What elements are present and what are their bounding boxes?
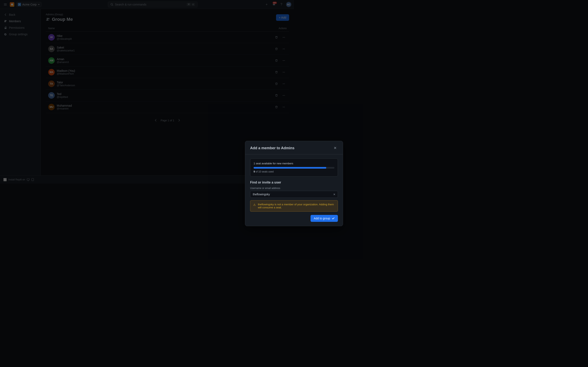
modal-header: Add a member to Admins ✕ — [245, 141, 294, 154]
find-user-title: Find or invite a user — [250, 181, 294, 184]
find-user-section: Find or invite a user Username or email … — [250, 181, 294, 184]
modal-body: 1 seat available for new members 9 of 10… — [245, 154, 294, 184]
seats-used-suffix: of 10 seats used — [256, 170, 274, 173]
seat-count: 9 of 10 seats used — [254, 170, 294, 173]
modal-overlay[interactable]: Add a member to Admins ✕ 1 seat availabl… — [0, 0, 294, 184]
seats-used-number: 9 — [254, 170, 255, 173]
modal-title: Add a member to Admins — [250, 146, 294, 150]
seat-available-label: 1 seat available for new members — [254, 162, 294, 165]
progress-bar-background — [254, 167, 294, 169]
seat-info-card: 1 seat available for new members 9 of 10… — [250, 158, 294, 176]
progress-bar-fill — [254, 167, 294, 169]
add-member-modal: Add a member to Admins ✕ 1 seat availabl… — [245, 141, 294, 184]
